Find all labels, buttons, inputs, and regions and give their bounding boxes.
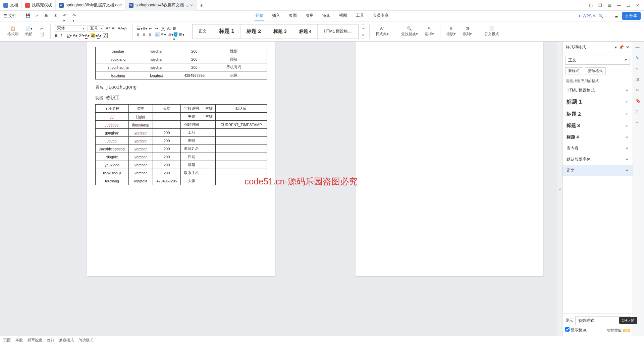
new-style-button[interactable]: 新样式	[565, 67, 582, 74]
decrease-indent-icon[interactable]: ⇤	[149, 26, 154, 31]
align-center-icon[interactable]: ≡	[143, 32, 148, 37]
panel-collapse-icon[interactable]: ◂	[557, 42, 562, 336]
font-size-select[interactable]: 五号	[88, 25, 104, 32]
ribbon-tab[interactable]: 视图	[338, 11, 348, 20]
style-item[interactable]: 标题 4	[293, 24, 318, 39]
numbering-icon[interactable]: ≡▾	[143, 26, 148, 31]
style-list-item[interactable]: 表内容↵	[562, 143, 633, 154]
gallery-down-icon[interactable]: ▾	[362, 33, 364, 37]
style-list-item[interactable]: 正文↵	[562, 165, 633, 176]
save-icon[interactable]: 💾	[25, 13, 31, 19]
side-more-icon[interactable]: ⋯	[636, 120, 642, 126]
ribbon-tab[interactable]: 会员专享	[372, 11, 389, 20]
side-cursor-icon[interactable]: ↖	[636, 66, 642, 72]
paste-icon[interactable]: 📄▾	[25, 26, 33, 31]
panel-close-icon[interactable]: ✕	[626, 45, 629, 50]
copy-icon[interactable]: 📑	[39, 32, 44, 37]
gallery-up-icon[interactable]: ▴	[362, 26, 364, 30]
bold-icon[interactable]: B	[55, 33, 59, 38]
pin-icon[interactable]: 📌	[619, 45, 624, 50]
document-tab[interactable]: springbootelx46数据库文档 ○ ×	[125, 0, 197, 11]
align-justify-icon[interactable]: ≡	[155, 32, 160, 37]
underline-icon[interactable]: U▾	[67, 33, 71, 38]
side-bookmark-icon[interactable]: 🔖	[636, 99, 642, 105]
ribbon-tab[interactable]: 插入	[271, 11, 281, 20]
window-cube-icon[interactable]: ❒	[598, 3, 602, 8]
smart-layout-button[interactable]: 智能排版 VIP	[607, 328, 630, 333]
increase-font-icon[interactable]: A⁺	[106, 26, 110, 31]
side-pencil-icon[interactable]: ✎	[636, 56, 642, 62]
align-left-icon[interactable]: ≡	[137, 32, 142, 37]
style-list-item[interactable]: HTML 预设格式↵	[562, 85, 633, 96]
ribbon-tab[interactable]: 开始	[255, 11, 264, 20]
style-set-icon[interactable]: Aᴬ	[380, 26, 384, 31]
fill-color-icon[interactable]: 🪣▾	[173, 32, 178, 37]
ime-badge[interactable]: CH ♪ 简	[619, 317, 638, 324]
style-item[interactable]: 标题 2	[240, 24, 267, 39]
change-case-icon[interactable]: Aᵃ▾	[118, 26, 122, 31]
redo-icon[interactable]: ↷ ▾	[72, 13, 78, 19]
share-button[interactable]: ⎋ 分享	[622, 12, 641, 20]
clear-format-button[interactable]: 清除格式	[585, 67, 606, 74]
ribbon-tab[interactable]: 工具	[355, 11, 365, 20]
highlight-icon[interactable]: ab▾	[91, 33, 96, 38]
style-list-item[interactable]: 标题 1↵	[562, 96, 633, 108]
menu-button[interactable]: ☰ 文件	[3, 13, 16, 19]
strike-icon[interactable]: A̶▾	[73, 33, 77, 38]
window-maximize-icon[interactable]: ☐	[626, 3, 631, 8]
sort-icon[interactable]: ≡	[450, 26, 452, 31]
print-icon[interactable]: 🖶	[44, 13, 50, 19]
document-tab[interactable]: springboot88sly数据库文档.doc	[56, 0, 125, 11]
ruby-icon[interactable]: A↕	[167, 26, 172, 31]
wps-ai-label[interactable]: ✦ WPS AI	[578, 14, 596, 18]
side-minus-icon[interactable]: —	[636, 45, 642, 51]
ribbon-tab[interactable]: 引用	[305, 11, 314, 20]
shading-icon[interactable]: A▾	[97, 33, 102, 38]
align-right-icon[interactable]: ≡	[149, 32, 154, 37]
border-icon[interactable]: ⊞	[173, 26, 178, 31]
arrange-icon[interactable]: ⊡	[466, 26, 469, 31]
document-tab[interactable]: 找稿壳模板	[22, 0, 56, 11]
preview-checkbox[interactable]: 显示预览	[565, 327, 587, 333]
increase-indent-icon[interactable]: ⇥	[155, 26, 160, 31]
style-item[interactable]: 标题 3	[267, 24, 293, 39]
document-tab[interactable]: 文档	[0, 0, 22, 11]
window-close-icon[interactable]: ✕	[635, 3, 640, 8]
window-minimize-icon[interactable]: —	[616, 3, 621, 8]
official-icon[interactable]: 📄	[489, 26, 494, 31]
ribbon-tab[interactable]: 页面	[288, 11, 298, 20]
window-account-icon[interactable]: ▦	[607, 3, 612, 8]
clear-format-icon[interactable]: ◇	[124, 26, 128, 31]
search-icon[interactable]: 🔍	[598, 14, 603, 18]
style-item[interactable]: 标题 1	[213, 24, 240, 39]
asian-layout-icon[interactable]: 文▾	[161, 26, 166, 31]
style-list-item[interactable]: 标题 3↵	[562, 120, 633, 131]
font-name-select[interactable]: 宋体	[55, 25, 86, 32]
italic-icon[interactable]: I	[61, 33, 65, 38]
export-icon[interactable]: ↗	[35, 13, 40, 19]
side-cube-icon[interactable]: ⊡	[636, 77, 642, 83]
style-item[interactable]: 正文	[193, 24, 213, 39]
tab-close-icon[interactable]: ○ ×	[186, 3, 193, 8]
distribute-icon[interactable]: ║▾	[161, 32, 166, 37]
char-border-icon[interactable]: A	[103, 33, 108, 38]
new-tab-button[interactable]: +	[197, 2, 206, 8]
side-screenshot-icon[interactable]: ✂	[636, 88, 642, 94]
line-spacing-icon[interactable]: ↕≡▾	[167, 32, 172, 37]
superscript-icon[interactable]: X²▾	[79, 33, 84, 38]
cut-icon[interactable]: ✂	[40, 26, 44, 31]
current-style-select[interactable]: 正文	[565, 56, 630, 65]
bullets-icon[interactable]: ☰▾	[137, 26, 142, 31]
style-list-item[interactable]: 标题 2↵	[562, 108, 633, 120]
ribbon-tab[interactable]: 审阅	[322, 11, 331, 20]
style-list-item[interactable]: 标题 4↵	[562, 131, 633, 143]
find-icon[interactable]: 🔍	[407, 26, 412, 31]
window-mini-icon[interactable]: ▢	[588, 3, 593, 8]
style-item[interactable]: HTML 预设格…	[318, 24, 358, 39]
cloud-icon[interactable]: ☁	[614, 14, 618, 18]
style-list-item[interactable]: 默认段落字体↵	[562, 154, 633, 165]
preview-icon[interactable]: 👁	[54, 13, 59, 19]
decrease-font-icon[interactable]: A⁻	[112, 26, 116, 31]
select-icon[interactable]: ↖	[428, 26, 431, 31]
font-color-icon[interactable]: A▾	[85, 33, 90, 38]
